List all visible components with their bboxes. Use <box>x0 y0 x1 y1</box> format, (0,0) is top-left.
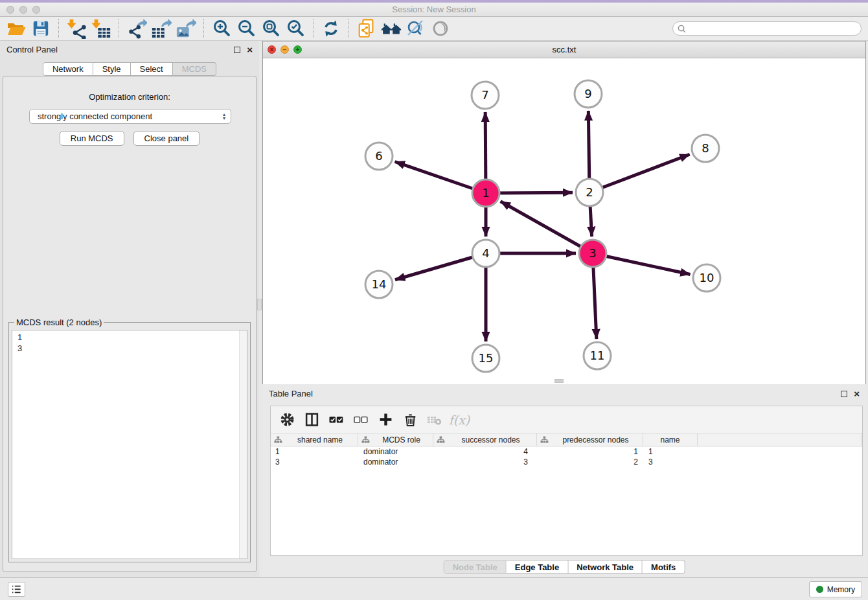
node-table-body: 1dominator4113dominator323 <box>271 446 862 467</box>
column-header-shared-name[interactable]: shared name <box>271 433 358 446</box>
table-cell: 1 <box>537 446 643 457</box>
tab-motifs[interactable]: Motifs <box>643 560 685 574</box>
export-network-button[interactable] <box>124 18 149 39</box>
table-cell: dominator <box>358 446 433 457</box>
horizontal-split-divider-handle[interactable] <box>554 379 564 383</box>
tab-edge-table[interactable]: Edge Table <box>507 560 568 574</box>
zoom-in-icon <box>212 19 231 38</box>
graph-edge-2-8[interactable] <box>589 154 690 192</box>
network-window-titlebar[interactable]: × − + scc.txt <box>263 41 865 58</box>
session-title: Session: New Session <box>0 5 868 14</box>
show-all-eye-icon <box>431 19 450 38</box>
tab-network[interactable]: Network <box>43 62 93 76</box>
list-icon <box>11 584 22 594</box>
close-panel-button[interactable]: Close panel <box>133 131 200 146</box>
save-floppy-icon <box>32 19 50 38</box>
delete-table-button[interactable] <box>424 410 446 430</box>
refresh-icon <box>321 19 341 38</box>
import-table-button[interactable] <box>89 18 113 39</box>
unchecked-boxes-icon <box>353 413 369 427</box>
close-panel-icon[interactable]: × <box>247 47 253 53</box>
zoom-fit-button[interactable] <box>258 18 283 39</box>
table-cell: dominator <box>358 457 433 467</box>
table-cell: 3 <box>433 457 537 467</box>
checked-boxes-icon <box>328 413 344 427</box>
plus-icon <box>378 412 393 427</box>
criterion-select[interactable]: strongly connected component ▴▾ <box>29 109 231 124</box>
column-header-mcds-role[interactable]: MCDS role <box>358 433 433 446</box>
search-input[interactable] <box>689 23 861 34</box>
open-session-button[interactable] <box>4 18 29 39</box>
mcds-result-title: MCDS result (2 nodes) <box>14 317 104 327</box>
import-table-icon <box>91 18 111 39</box>
graph-node-label: 8 <box>702 141 709 155</box>
show-columns-button[interactable] <box>301 410 323 430</box>
table-row[interactable]: 1dominator411 <box>271 446 862 457</box>
task-history-button[interactable] <box>8 582 25 597</box>
attribute-tree-icon <box>361 436 370 443</box>
toolbar-separator <box>203 19 204 38</box>
table-cell: 2 <box>537 457 643 467</box>
delete-row-button[interactable] <box>399 410 421 430</box>
float-panel-icon[interactable] <box>234 47 240 53</box>
tab-mcds[interactable]: MCDS <box>173 62 216 76</box>
tab-select[interactable]: Select <box>131 62 173 76</box>
network-canvas[interactable]: 1234678910111415 <box>263 58 865 384</box>
column-header-predecessor-nodes[interactable]: predecessor nodes <box>537 433 643 446</box>
toolbar-separator <box>119 19 119 38</box>
float-panel-icon[interactable] <box>841 391 847 397</box>
run-mcds-button[interactable]: Run MCDS <box>60 131 124 146</box>
select-all-button[interactable] <box>325 410 347 430</box>
search-box[interactable] <box>672 21 862 36</box>
refresh-layout-button[interactable] <box>319 18 343 39</box>
toolbar-separator <box>348 19 349 38</box>
tab-node-table[interactable]: Node Table <box>444 560 507 574</box>
clone-network-button[interactable] <box>354 18 379 39</box>
graph-node-label: 9 <box>584 87 591 100</box>
toolbar-separator <box>58 19 59 38</box>
column-header-successor-nodes[interactable]: successor nodes <box>433 433 537 446</box>
zoom-out-button[interactable] <box>234 18 258 39</box>
import-network-button[interactable] <box>64 18 89 39</box>
network-graph[interactable]: 1234678910111415 <box>263 58 865 384</box>
export-image-icon <box>176 18 196 39</box>
table-cell: 4 <box>433 446 537 457</box>
main-titlebar: Session: New Session <box>0 3 868 17</box>
graph-node-label: 7 <box>481 88 488 102</box>
hide-selected-button[interactable] <box>404 18 428 39</box>
table-cell: 1 <box>271 446 358 457</box>
home-button[interactable] <box>379 18 404 39</box>
add-row-button[interactable] <box>374 410 396 430</box>
table-panel: Table Panel × <box>262 385 866 577</box>
network-window-title: scc.txt <box>263 45 865 54</box>
close-panel-icon[interactable]: × <box>854 391 860 397</box>
deselect-all-button[interactable] <box>350 410 372 430</box>
column-header-name[interactable]: name <box>643 433 698 446</box>
attribute-tree-icon <box>437 436 445 443</box>
table-toolbar: f(x) <box>271 406 862 433</box>
save-session-button[interactable] <box>29 18 53 39</box>
tab-network-table[interactable]: Network Table <box>568 560 643 574</box>
table-row[interactable]: 3dominator323 <box>271 457 862 467</box>
show-all-button[interactable] <box>428 18 453 39</box>
export-image-button[interactable] <box>174 18 198 39</box>
table-cell-filler <box>698 446 862 457</box>
zoom-in-button[interactable] <box>209 18 234 39</box>
zoom-selected-button[interactable] <box>283 18 308 39</box>
table-settings-button[interactable] <box>276 410 298 430</box>
export-table-button[interactable] <box>149 18 174 39</box>
result-scrollbar[interactable] <box>239 330 247 559</box>
network-view-window: × − + scc.txt 1234678910111415 <box>262 41 866 384</box>
graph-edge-3-1[interactable] <box>501 202 593 253</box>
vertical-split-divider-handle[interactable] <box>257 299 262 310</box>
memory-button[interactable]: Memory <box>809 581 862 597</box>
toolbar-separator <box>313 19 314 38</box>
graph-node-label: 15 <box>479 351 494 365</box>
function-builder-button[interactable]: f(x) <box>448 410 470 430</box>
graph-edge-3-10[interactable] <box>593 253 691 275</box>
mcds-result-line: 1 <box>17 332 247 343</box>
gear-icon <box>280 412 295 427</box>
tab-style[interactable]: Style <box>93 62 131 76</box>
mcds-result-list[interactable]: 1 3 <box>12 330 247 559</box>
table-panel-tabs: Node Table Edge Table Network Table Moti… <box>444 560 685 574</box>
